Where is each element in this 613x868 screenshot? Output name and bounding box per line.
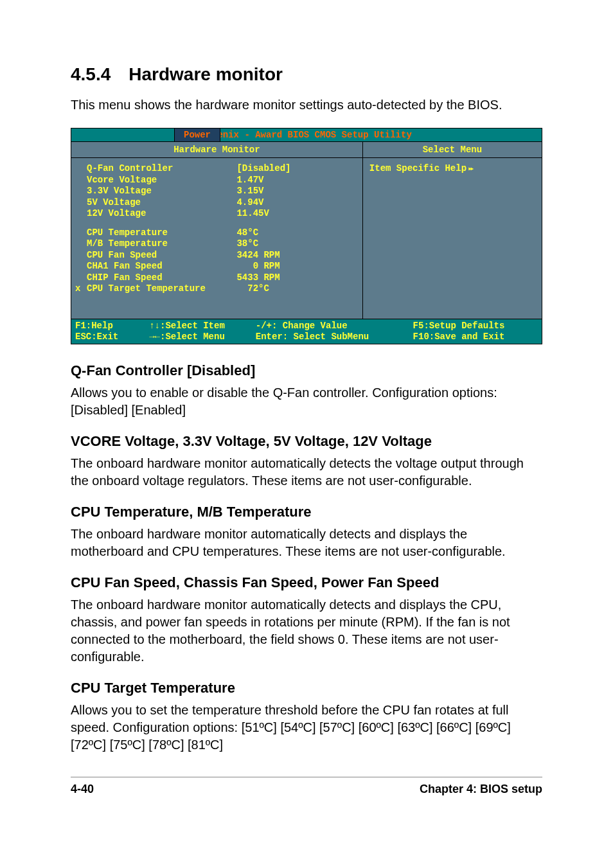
bios-row[interactable]: Vcore Voltage1.47V: [87, 175, 355, 186]
bios-body: Q-Fan Controller[Disabled]Vcore Voltage1…: [71, 158, 542, 319]
bios-row[interactable]: 12V Voltage11.45V: [87, 208, 355, 220]
bios-row-value: 3.15V: [236, 186, 354, 197]
footer-help: F1:Help: [75, 321, 113, 331]
bios-row-value: 0 RPM: [236, 261, 354, 272]
bios-row-label: CHIP Fan Speed: [87, 272, 236, 284]
bios-main-header: Hardware Monitor: [71, 142, 363, 157]
bios-row-value: 4.94V: [236, 197, 354, 209]
bios-row-label: CPU Temperature: [87, 227, 236, 239]
bios-row[interactable]: CPU Temperature48°C: [87, 227, 355, 239]
footer-select-submenu: Enter: Select SubMenu: [256, 332, 369, 342]
subsection-heading: VCORE Voltage, 3.3V Voltage, 5V Voltage,…: [71, 433, 542, 450]
section-intro: This menu shows the hardware monitor set…: [71, 96, 542, 114]
bios-body-main: Q-Fan Controller[Disabled]Vcore Voltage1…: [71, 158, 363, 319]
footer-select-menu: →←:Select Menu: [149, 332, 225, 342]
bios-row-label: M/B Temperature: [87, 238, 236, 250]
bios-help-pane: Item Specific Help: [363, 158, 542, 319]
bios-side-header: Select Menu: [363, 142, 542, 157]
bios-row-label: CPU Fan Speed: [87, 250, 236, 261]
footer-exit: ESC:Exit: [75, 332, 118, 342]
bios-row[interactable]: CHA1 Fan Speed 0 RPM: [87, 261, 355, 272]
section-number: 4.5.4: [71, 64, 111, 85]
bios-help-text: Item Specific Help: [369, 163, 472, 173]
subsection-heading: CPU Fan Speed, Chassis Fan Speed, Power …: [71, 574, 542, 591]
subsection-body: Allows you to enable or disable the Q-Fa…: [71, 384, 542, 419]
subsection-body: Allows you to set the temperature thresh…: [71, 702, 542, 754]
footer-setup-defaults: F5:Setup Defaults: [413, 321, 505, 331]
bios-header-row: Hardware Monitor Select Menu: [71, 141, 542, 158]
bios-row-value: [Disabled]: [236, 163, 354, 175]
bios-panel: Phoenix - Award BIOS CMOS Setup Utility …: [71, 128, 542, 344]
bios-row-label: Q-Fan Controller: [87, 163, 236, 175]
bios-footer: F1:Help ESC:Exit ↑↓:Select Item →←:Selec…: [71, 319, 542, 344]
footer-select-item: ↑↓:Select Item: [149, 321, 225, 331]
bios-row-label: 12V Voltage: [87, 208, 236, 220]
bios-tab-power[interactable]: Power: [174, 128, 220, 141]
section-heading: 4.5.4Hardware monitor: [71, 64, 542, 85]
section-title: Hardware monitor: [129, 64, 283, 84]
bios-titlebar: Phoenix - Award BIOS CMOS Setup Utility …: [71, 128, 542, 141]
page-footer: 4-40 Chapter 4: BIOS setup: [71, 777, 542, 796]
subsection-body: The onboard hardware monitor automatical…: [71, 526, 542, 560]
page-number: 4-40: [71, 783, 94, 796]
subsection-body: The onboard hardware monitor automatical…: [71, 596, 542, 666]
bios-row[interactable]: CHIP Fan Speed5433 RPM: [87, 272, 355, 284]
footer-save-exit: F10:Save and Exit: [413, 332, 505, 342]
bios-row[interactable]: 5V Voltage4.94V: [87, 197, 355, 209]
subsection-body: The onboard hardware monitor automatical…: [71, 455, 542, 490]
bios-row-label: 5V Voltage: [87, 197, 236, 209]
bios-row-value: 5433 RPM: [236, 272, 354, 284]
bios-row-value: 11.45V: [236, 208, 354, 220]
bios-row-marker: x: [75, 283, 80, 295]
bios-row-value: 72°C: [236, 283, 354, 295]
bios-row[interactable]: 3.3V Voltage3.15V: [87, 186, 355, 197]
footer-change-value: -/+: Change Value: [256, 321, 348, 331]
chapter-label: Chapter 4: BIOS setup: [420, 783, 542, 796]
bios-row[interactable]: Q-Fan Controller[Disabled]: [87, 163, 355, 175]
subsection-heading: CPU Temperature, M/B Temperature: [71, 504, 542, 520]
bios-title: Phoenix - Award BIOS CMOS Setup Utility: [201, 130, 412, 140]
bios-row[interactable]: xCPU Target Temperature 72°C: [87, 283, 355, 295]
subsection-heading: Q-Fan Controller [Disabled]: [71, 362, 542, 379]
bios-row-value: 1.47V: [236, 175, 354, 186]
bios-row-value: 48°C: [236, 227, 354, 239]
bios-row-label: xCPU Target Temperature: [87, 283, 236, 295]
bios-row[interactable]: M/B Temperature38°C: [87, 238, 355, 250]
bios-row-label: 3.3V Voltage: [87, 186, 236, 197]
bios-row-label: Vcore Voltage: [87, 175, 236, 186]
subsection-heading: CPU Target Temperature: [71, 680, 542, 696]
bios-row-value: 38°C: [236, 238, 354, 250]
bios-row[interactable]: CPU Fan Speed3424 RPM: [87, 250, 355, 261]
bios-row-value: 3424 RPM: [236, 250, 354, 261]
bios-row-label: CHA1 Fan Speed: [87, 261, 236, 272]
